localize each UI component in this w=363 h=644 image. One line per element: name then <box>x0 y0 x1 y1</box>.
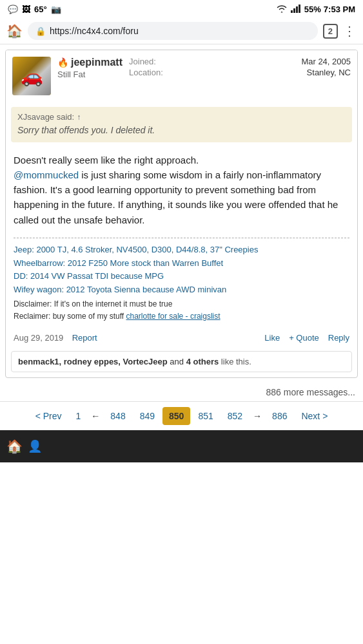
svg-rect-2 <box>296 6 298 13</box>
page-1-button[interactable]: 1 <box>70 407 88 425</box>
joined-row: Joined: Mar 24, 2005 <box>129 57 351 66</box>
svg-rect-0 <box>291 10 293 13</box>
page-852-button[interactable]: 852 <box>221 407 249 425</box>
left-arrow: ← <box>88 407 103 425</box>
post-footer: Aug 29, 2019 Report Like + Quote Reply <box>6 328 357 348</box>
browser-bar: 🏠 🔒 https://nc4x4.com/foru 2 ⋮ <box>0 18 363 44</box>
url-text: https://nc4x4.com/foru <box>50 26 139 36</box>
bottom-icon-2: 👤 <box>28 439 42 453</box>
sig-line-4: Wifey wagon: 2012 Toyota Sienna because … <box>14 283 349 297</box>
joined-label: Joined: <box>129 57 156 66</box>
svg-rect-3 <box>299 5 300 13</box>
page-851-button[interactable]: 851 <box>191 407 219 425</box>
sig-line-3: DD: 2014 VW Passat TDI because MPG <box>14 270 349 283</box>
user-header: 🔥 jeepinmatt Still Fat Joined: Mar 24, 2… <box>6 50 357 102</box>
quote-button[interactable]: + Quote <box>289 333 319 343</box>
time: 7:53 PM <box>324 5 355 14</box>
main-content: 🔥 jeepinmatt Still Fat Joined: Mar 24, 2… <box>0 50 363 462</box>
pagination: < Prev 1 ← 848 849 850 851 852 → 886 Nex… <box>0 401 363 430</box>
menu-button[interactable]: ⋮ <box>343 23 357 39</box>
likes-and: and <box>170 357 184 366</box>
post-container: 🔥 jeepinmatt Still Fat Joined: Mar 24, 2… <box>5 50 358 378</box>
more-messages: 886 more messages... <box>0 383 363 401</box>
craigslist-link[interactable]: charlotte for sale - craigslist <box>126 312 221 321</box>
reply-button[interactable]: Reply <box>328 333 349 343</box>
location-value: Stanley, NC <box>307 68 351 77</box>
bottom-icon-1: 🏠 <box>6 439 23 454</box>
prev-button[interactable]: < Prev <box>29 407 68 425</box>
bottom-preview-bar: 🏠 👤 <box>0 430 363 462</box>
user-title: Still Fat <box>57 70 123 79</box>
avatar <box>12 57 51 95</box>
location-label: Location: <box>129 68 163 77</box>
like-button[interactable]: Like <box>264 333 280 343</box>
quote-text: Sorry that offends you. I deleted it. <box>17 124 346 137</box>
quote-block: XJsavage said: ↑ Sorry that offends you.… <box>11 107 352 142</box>
status-right: 55% 7:53 PM <box>276 4 355 15</box>
message-icon: 💬 <box>8 5 18 14</box>
flame-icon: 🔥 <box>57 57 68 68</box>
report-link[interactable]: Report <box>72 333 97 343</box>
sig-line-2: Wheelbarrow: 2012 F250 More stock than W… <box>14 257 349 270</box>
more-messages-text: 886 more messages... <box>266 387 355 397</box>
page-848-button[interactable]: 848 <box>104 407 132 425</box>
tab-count[interactable]: 2 <box>323 24 338 39</box>
mention-link[interactable]: @mommucked <box>14 169 79 180</box>
username: 🔥 jeepinmatt <box>57 57 123 68</box>
sig-line-1: Jeep: 2000 TJ, 4.6 Stroker, NV4500, D300… <box>14 243 349 257</box>
user-meta: Joined: Mar 24, 2005 Location: Stanley, … <box>129 57 351 79</box>
battery: 55% <box>304 5 321 14</box>
post-actions: Like + Quote Reply <box>264 333 349 343</box>
post-paragraph-start: Doesn't really seem like the right appro… <box>14 155 199 166</box>
likes-text: like this. <box>221 357 251 366</box>
page-850-button[interactable]: 850 <box>162 407 190 425</box>
sig-disclaimer: Disclaimer: If it's on the internet it m… <box>14 298 349 310</box>
quote-arrow-icon: ↑ <box>77 113 81 122</box>
quote-author: XJsavage said: <box>17 112 74 122</box>
url-bar[interactable]: 🔒 https://nc4x4.com/foru <box>28 22 318 40</box>
signature-divider <box>14 238 349 238</box>
temperature: 65° <box>34 5 47 14</box>
status-bar: 💬 🖼 65° 📷 55% 7:53 PM <box>0 0 363 18</box>
post-body: Doesn't really seem like the right appro… <box>6 147 357 232</box>
lock-icon: 🔒 <box>35 26 46 36</box>
location-row: Location: Stanley, NC <box>129 68 351 77</box>
status-left: 💬 🖼 65° 📷 <box>8 5 61 14</box>
svg-rect-1 <box>293 8 295 13</box>
joined-value: Mar 24, 2005 <box>301 57 351 66</box>
quote-attribution: XJsavage said: ↑ <box>17 112 346 122</box>
right-arrow: → <box>250 407 264 425</box>
signal-icon <box>290 4 302 15</box>
sig-reclaimer: Reclaimer: buy some of my stuff charlott… <box>14 310 349 323</box>
home-button[interactable]: 🏠 <box>6 23 23 39</box>
likes-box: benmack1, rodney eppes, VortecJeep and 4… <box>11 351 352 372</box>
user-name-area: 🔥 jeepinmatt Still Fat <box>57 57 123 79</box>
image-icon: 🖼 <box>22 5 30 14</box>
page-last-button[interactable]: 886 <box>266 407 293 425</box>
post-date: Aug 29, 2019 <box>14 333 63 343</box>
username-text: jeepinmatt <box>71 57 123 68</box>
likes-names: benmack1, rodney eppes, VortecJeep <box>18 357 168 366</box>
avatar-image <box>12 57 51 95</box>
user-info: 🔥 jeepinmatt Still Fat Joined: Mar 24, 2… <box>57 57 351 79</box>
sig-reclaimer-text: Reclaimer: buy some of my stuff <box>14 312 126 321</box>
page-849-button[interactable]: 849 <box>133 407 161 425</box>
signature: Jeep: 2000 TJ, 4.6 Stroker, NV4500, D300… <box>6 243 357 328</box>
likes-others: 4 others <box>186 357 219 366</box>
camera-icon: 📷 <box>51 5 61 14</box>
wifi-icon <box>276 4 288 15</box>
next-button[interactable]: Next > <box>295 407 334 425</box>
post-date-area: Aug 29, 2019 Report <box>14 332 97 343</box>
